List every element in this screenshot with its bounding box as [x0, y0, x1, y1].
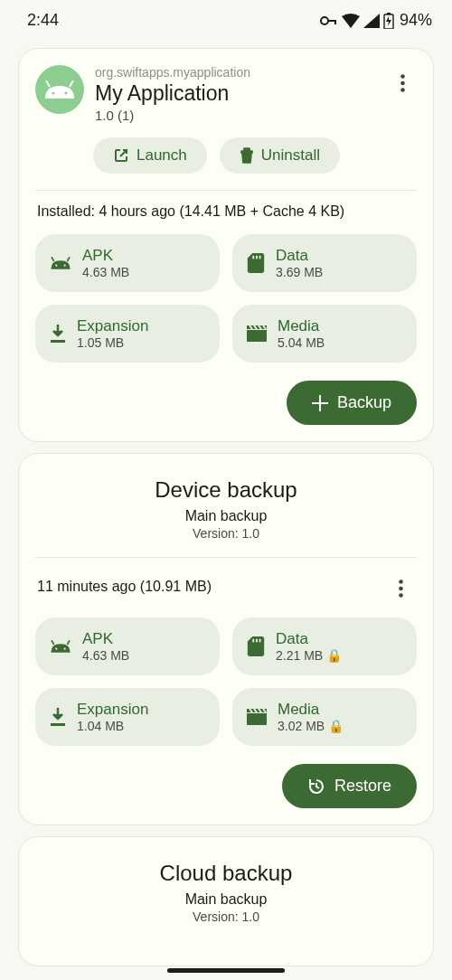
backup-label: Backup: [337, 393, 391, 412]
device-backup-card: Device backup Main backup Version: 1.0 1…: [18, 453, 434, 825]
svg-point-9: [400, 74, 405, 79]
svg-line-5: [46, 80, 50, 87]
tile-data[interactable]: Data3.69 MB: [232, 234, 417, 292]
svg-line-12: [52, 257, 54, 261]
tile-sub: 3.02 MB 🔒: [278, 719, 344, 733]
download-icon: [50, 708, 66, 726]
section-version: Version: 1.0: [35, 526, 417, 541]
battery-percent: 94%: [400, 11, 432, 30]
svg-line-24: [67, 640, 70, 645]
backup-button[interactable]: Backup: [287, 381, 417, 425]
tile-title: APK: [82, 247, 129, 265]
section-sub: Main backup: [35, 891, 417, 908]
svg-rect-29: [259, 639, 261, 643]
status-indicators: 94%: [320, 11, 432, 30]
app-title: My Application: [95, 81, 377, 106]
vpn-key-icon: [320, 15, 338, 26]
svg-rect-2: [334, 20, 336, 24]
package-name: org.swiftapps.myapplication: [95, 65, 377, 80]
svg-rect-27: [252, 639, 254, 643]
svg-point-21: [399, 587, 403, 591]
tile-title: APK: [82, 630, 129, 648]
backup-tile-media[interactable]: Media3.02 MB 🔒: [232, 688, 417, 746]
svg-line-6: [70, 80, 73, 87]
uninstall-button[interactable]: Uninstall: [220, 137, 340, 174]
svg-point-11: [400, 88, 405, 92]
gesture-nav-bar: [167, 968, 285, 973]
svg-point-15: [64, 265, 66, 267]
backup-tile-expansion[interactable]: Expansion1.04 MB: [35, 688, 220, 746]
plus-icon: [312, 395, 328, 411]
tile-sub: 4.63 MB: [82, 648, 129, 663]
svg-rect-16: [252, 256, 254, 259]
backup-overflow-button[interactable]: [386, 574, 415, 603]
section-version: Version: 1.0: [35, 909, 417, 924]
clapper-icon: [247, 709, 267, 725]
signal-icon: [363, 14, 380, 28]
svg-rect-30: [51, 723, 65, 726]
svg-point-25: [55, 648, 57, 650]
more-vert-icon: [399, 580, 403, 598]
app-icon: [35, 65, 84, 114]
section-title: Device backup: [35, 477, 417, 503]
svg-line-13: [67, 257, 70, 261]
installed-info: Installed: 4 hours ago (14.41 MB + Cache…: [35, 203, 417, 220]
tile-expansion[interactable]: Expansion1.05 MB: [35, 305, 220, 363]
tile-title: Expansion: [77, 317, 148, 335]
backup-tile-data[interactable]: Data2.21 MB 🔒: [232, 617, 417, 675]
tile-title: Media: [278, 701, 344, 719]
android-icon: [43, 80, 76, 99]
tile-sub: 2.21 MB 🔒: [276, 648, 342, 663]
svg-point-8: [64, 91, 67, 94]
trash-icon: [240, 147, 254, 164]
download-icon: [50, 325, 66, 343]
svg-rect-4: [387, 13, 391, 14]
wifi-icon: [342, 14, 360, 28]
tile-sub: 1.05 MB: [77, 335, 148, 350]
tile-title: Expansion: [77, 701, 148, 719]
section-sub: Main backup: [35, 508, 417, 524]
tile-sub: 5.04 MB: [278, 335, 325, 350]
tile-title: Media: [278, 317, 325, 335]
status-bar: 2:44 94%: [0, 0, 452, 37]
svg-point-0: [321, 17, 328, 24]
launch-button[interactable]: Launch: [93, 137, 207, 174]
android-head-icon: [50, 640, 71, 653]
uninstall-label: Uninstall: [261, 146, 320, 165]
svg-rect-28: [256, 639, 258, 643]
backup-time-info: 11 minutes ago (10.91 MB): [37, 579, 212, 595]
cloud-backup-card: Cloud backup Main backup Version: 1.0: [18, 836, 434, 966]
tile-media[interactable]: Media5.04 MB: [232, 305, 417, 363]
status-time: 2:44: [27, 11, 59, 30]
backup-tile-apk[interactable]: APK4.63 MB: [35, 617, 220, 675]
sd-card-icon: [247, 253, 265, 273]
svg-point-10: [400, 81, 405, 86]
svg-point-22: [399, 593, 403, 598]
lock-icon: 🔒: [328, 719, 344, 733]
section-title: Cloud backup: [35, 861, 417, 886]
restore-button[interactable]: Restore: [282, 764, 417, 808]
open-external-icon: [113, 147, 129, 164]
divider: [35, 557, 417, 558]
tile-sub: 3.69 MB: [276, 265, 323, 279]
svg-point-14: [55, 265, 57, 267]
tile-sub: 1.04 MB: [77, 719, 148, 733]
restore-icon: [307, 777, 325, 796]
svg-point-7: [52, 91, 54, 94]
sd-card-icon: [247, 636, 265, 656]
svg-line-23: [52, 640, 54, 645]
svg-point-26: [64, 648, 66, 650]
restore-label: Restore: [334, 777, 391, 796]
battery-icon: [383, 13, 394, 29]
app-version: 1.0 (1): [95, 108, 377, 123]
svg-point-20: [399, 580, 403, 584]
tile-title: Data: [276, 630, 342, 648]
lock-icon: 🔒: [326, 648, 342, 663]
svg-rect-18: [259, 256, 261, 259]
overflow-menu-button[interactable]: [388, 69, 417, 98]
svg-rect-17: [256, 256, 258, 259]
android-head-icon: [50, 257, 71, 269]
app-card: org.swiftapps.myapplication My Applicati…: [18, 48, 434, 442]
launch-label: Launch: [137, 146, 187, 165]
tile-apk[interactable]: APK4.63 MB: [35, 234, 220, 292]
